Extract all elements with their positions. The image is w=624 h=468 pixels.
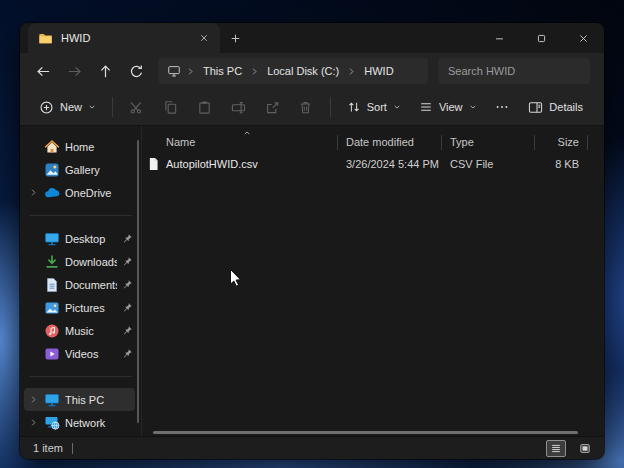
cut-icon[interactable] <box>120 93 154 121</box>
chevron-down-icon <box>88 103 96 111</box>
view-button[interactable]: View <box>410 93 486 121</box>
onedrive-icon <box>44 185 60 201</box>
maximize-icon[interactable] <box>520 23 562 53</box>
sidebar-item-downloads[interactable]: Downloads <box>24 250 135 273</box>
file-name: AutopilotHWID.csv <box>166 158 258 170</box>
up-icon[interactable] <box>90 57 121 85</box>
sidebar-item-home[interactable]: Home <box>24 135 135 158</box>
delete-icon[interactable] <box>289 93 323 121</box>
search-box[interactable] <box>438 58 590 84</box>
tab-title: HWID <box>61 32 186 44</box>
breadcrumb-item-this-pc[interactable]: This PC <box>196 63 249 79</box>
details-view-icon[interactable] <box>546 440 566 457</box>
chevron-right-icon[interactable] <box>27 395 39 404</box>
new-button[interactable]: New <box>30 93 105 121</box>
search-input[interactable] <box>438 65 590 77</box>
sidebar-item-label: Home <box>65 141 133 153</box>
toolbar-divider <box>112 97 113 117</box>
large-icons-view-icon[interactable] <box>575 440 595 457</box>
new-tab-button[interactable] <box>220 23 250 53</box>
see-more-icon[interactable] <box>486 93 520 121</box>
chevron-right-icon[interactable] <box>27 188 39 197</box>
videos-icon <box>44 346 60 362</box>
back-icon[interactable] <box>28 57 59 85</box>
sort-icon <box>347 100 361 114</box>
sidebar-item-this-pc[interactable]: This PC <box>24 388 135 411</box>
explorer-tab[interactable]: HWID <box>28 23 220 53</box>
chevron-right-icon <box>186 67 195 76</box>
this-pc-icon <box>44 392 60 408</box>
command-toolbar: New Sort <box>20 89 604 126</box>
titlebar[interactable]: HWID <box>20 23 604 53</box>
sidebar-item-label: Gallery <box>65 164 133 176</box>
sidebar-item-desktop[interactable]: Desktop <box>24 227 135 250</box>
pin-icon <box>122 233 133 244</box>
pin-icon <box>122 325 133 336</box>
sidebar-item-network[interactable]: Network <box>24 411 135 434</box>
column-divider[interactable] <box>587 135 588 150</box>
sidebar-item-documents[interactable]: Documents <box>24 273 135 296</box>
sidebar-item-label: Videos <box>65 348 117 360</box>
sort-button[interactable]: Sort <box>338 93 410 121</box>
details-pane-button[interactable]: Details <box>519 93 592 121</box>
main-content: Home Gallery OneDrive <box>20 126 604 436</box>
file-name-cell[interactable]: AutopilotHWID.csv <box>142 157 338 171</box>
column-header-name[interactable]: Name <box>142 131 337 153</box>
sidebar-item-onedrive[interactable]: OneDrive <box>24 181 135 204</box>
refresh-icon[interactable] <box>121 57 152 85</box>
details-pane-label: Details <box>549 101 583 113</box>
tab-close-icon[interactable] <box>194 28 214 48</box>
status-bar: 1 item <box>20 436 604 459</box>
column-header-type[interactable]: Type <box>442 131 534 153</box>
chevron-right-icon <box>250 67 259 76</box>
column-headers: Name Date modified Type Size <box>142 131 604 153</box>
toolbar-divider <box>330 97 331 117</box>
chevron-down-icon <box>393 103 401 111</box>
chevron-right-icon[interactable] <box>27 418 39 427</box>
close-icon[interactable] <box>562 23 604 53</box>
sidebar-item-music[interactable]: Music <box>24 319 135 342</box>
documents-icon <box>44 277 60 293</box>
sort-ascending-icon <box>243 129 251 137</box>
sidebar-separator <box>29 376 132 377</box>
sidebar-item-label: Network <box>65 417 133 429</box>
horizontal-scrollbar[interactable] <box>153 431 578 434</box>
window-controls <box>478 23 604 53</box>
minimize-icon[interactable] <box>478 23 520 53</box>
breadcrumb-item-local-disk-c[interactable]: Local Disk (C:) <box>260 63 346 79</box>
folder-icon <box>38 31 53 46</box>
sidebar-item-videos[interactable]: Videos <box>24 342 135 365</box>
plus-circle-icon <box>39 100 54 115</box>
rename-icon[interactable] <box>221 93 255 121</box>
paste-icon[interactable] <box>188 93 222 121</box>
file-row[interactable]: AutopilotHWID.csv 3/26/2024 5:44 PM CSV … <box>142 153 604 174</box>
share-icon[interactable] <box>255 93 289 121</box>
status-divider <box>72 443 73 454</box>
sidebar-scrollbar[interactable] <box>137 140 139 423</box>
copy-icon[interactable] <box>154 93 188 121</box>
breadcrumb-item-hwid[interactable]: HWID <box>357 63 400 79</box>
view-button-label: View <box>439 101 463 113</box>
column-header-date-modified[interactable]: Date modified <box>338 131 441 153</box>
sidebar-separator <box>29 215 132 216</box>
pictures-icon <box>44 300 60 316</box>
address-bar: This PC Local Disk (C:) HWID <box>20 53 604 89</box>
pin-icon <box>122 348 133 359</box>
forward-icon[interactable] <box>59 57 90 85</box>
pin-icon <box>122 256 133 267</box>
music-icon <box>44 323 60 339</box>
breadcrumb[interactable]: This PC Local Disk (C:) HWID <box>158 58 428 84</box>
sidebar-item-label: Pictures <box>65 302 117 314</box>
sidebar-item-gallery[interactable]: Gallery <box>24 158 135 181</box>
sidebar-item-label: Downloads <box>65 256 117 268</box>
downloads-icon <box>44 254 60 270</box>
column-header-size[interactable]: Size <box>535 131 587 153</box>
sidebar-item-pictures[interactable]: Pictures <box>24 296 135 319</box>
network-icon <box>44 415 60 431</box>
new-button-label: New <box>60 101 82 113</box>
desktop-wallpaper: { "window": { "tab_title": "HWID" }, "na… <box>0 0 624 468</box>
sidebar-item-label: This PC <box>65 394 133 406</box>
gallery-icon <box>44 162 60 178</box>
chevron-right-icon <box>347 67 356 76</box>
pin-icon <box>122 279 133 290</box>
